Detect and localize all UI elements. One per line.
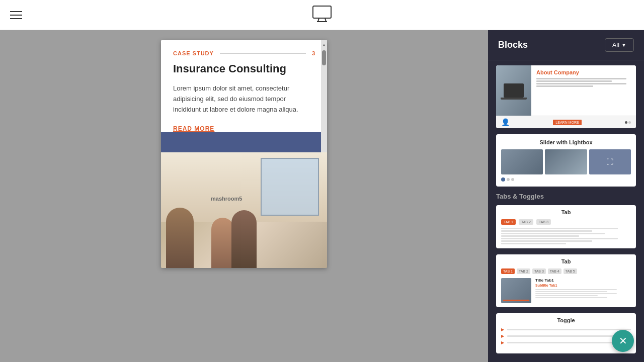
t2-line-3 [535, 293, 617, 294]
tc-line-6 [501, 240, 592, 242]
about-company-title: About Company [536, 69, 631, 76]
tab2-block-card[interactable]: Tab TAB 1 TAB 2 TAB 3 TAB 4 TAB 5 Title [496, 254, 636, 307]
text-line-2 [536, 80, 612, 82]
text-line-3 [536, 83, 626, 84]
sidebar-blocks-list[interactable]: About Company 👤 LEARN MORE [488, 60, 644, 362]
tab2-content: Title Tab1 Subtitle Tab1 [501, 278, 631, 303]
tab2-tab-5: TAB 5 [564, 268, 577, 274]
text-line-1 [536, 78, 626, 79]
about-desc-lines [536, 78, 631, 87]
header-center [312, 5, 332, 25]
scroll-thumb [322, 50, 326, 65]
tab2-content-subtitle: Subtitle Tab1 [535, 284, 631, 287]
tab2-img-overlay [503, 300, 529, 301]
case-study-header: CASE STUDY 3 [173, 50, 315, 56]
tab1-preview: Tab TAB 1 TAB 2 TAB 3 [496, 205, 636, 248]
card-title: Insurance Consulting [173, 62, 315, 75]
svg-line-1 [318, 18, 319, 22]
person-2 [211, 218, 234, 268]
toggle-row-1: ▶ [501, 327, 631, 332]
laptop-icon [504, 83, 524, 98]
slider-block-title: Slider with Lightbox [501, 139, 631, 145]
about-company-image [496, 65, 531, 116]
toggle-title: Toggle [501, 317, 631, 323]
slider-block-preview: Slider with Lightbox ⛶ [496, 134, 636, 187]
slider-img-2 [545, 149, 587, 174]
about-bottom-bar: 👤 LEARN MORE [496, 116, 636, 128]
tab2-tab-1: TAB 1 [501, 268, 515, 274]
mini-tab-1-3: TAB 3 [536, 219, 551, 225]
about-text-area: About Company [531, 65, 636, 116]
tab2-text: Title Tab1 Subtitle Tab1 [535, 278, 631, 303]
slider-dot-3 [511, 178, 514, 181]
slider-dot-2 [507, 178, 510, 181]
card-text-content: CASE STUDY 3 Insurance Consulting Lorem … [161, 40, 327, 132]
svg-rect-0 [313, 6, 331, 18]
toggle-row-2: ▶ [501, 334, 631, 338]
tc-line-3 [501, 233, 605, 234]
tc-line-4 [501, 235, 579, 237]
card-blue-section [161, 132, 327, 152]
tab2-image [501, 278, 531, 303]
close-fab-button[interactable]: ✕ [612, 330, 634, 352]
person-3 [231, 210, 257, 268]
t2-line-5 [535, 297, 607, 298]
sidebar: Blocks All ▼ About Company [488, 30, 644, 362]
dot-1 [625, 121, 627, 124]
all-filter-button[interactable]: All ▼ [605, 38, 634, 52]
read-more-link[interactable]: READ MORE [173, 125, 315, 132]
tab1-content-lines [501, 228, 631, 244]
person-1 [166, 208, 194, 268]
blocks-title: Blocks [498, 40, 528, 50]
slider-dot-active [501, 177, 505, 182]
card-body-text: Lorem ipsum dolor sit amet, consectetur … [173, 83, 315, 115]
tab1-title: Tab [501, 209, 631, 215]
t2-lines [535, 289, 631, 298]
tab2-tab-4: TAB 4 [548, 268, 561, 274]
case-study-label: CASE STUDY [173, 50, 214, 56]
about-company-preview: About Company [496, 65, 636, 116]
sidebar-header: Blocks All ▼ [488, 30, 644, 60]
tab2-title: Tab [501, 258, 631, 264]
mini-tab-1-2: TAB 2 [519, 219, 533, 225]
tab2-header-tabs: TAB 1 TAB 2 TAB 3 TAB 4 TAB 5 [501, 268, 631, 274]
t2-line-4 [535, 295, 598, 296]
card-image: mashroom5 [161, 152, 327, 268]
mini-tab-1-active: TAB 1 [501, 219, 516, 225]
header [0, 0, 644, 30]
monitor-icon [312, 5, 332, 25]
about-dots [625, 121, 631, 124]
slider-images: ⛶ [501, 149, 631, 174]
toggle-chevron-2: ▶ [501, 334, 504, 338]
tab1-block-card[interactable]: Tab TAB 1 TAB 2 TAB 3 [496, 205, 636, 248]
tc-line-2 [501, 230, 592, 232]
svg-line-2 [325, 18, 326, 22]
tab2-preview: Tab TAB 1 TAB 2 TAB 3 TAB 4 TAB 5 Title [496, 254, 636, 307]
case-study-number: 3 [312, 50, 315, 56]
dot-2 [628, 121, 631, 124]
preview-card: ▲ ▼ CASE STUDY 3 Insurance Consulting Lo… [161, 40, 327, 268]
main-layout: ▲ ▼ CASE STUDY 3 Insurance Consulting Lo… [0, 30, 644, 362]
meeting-people [161, 175, 327, 268]
canvas-area: ▲ ▼ CASE STUDY 3 Insurance Consulting Lo… [0, 30, 488, 362]
tab2-tab-2: TAB 2 [517, 268, 530, 274]
tc-line-1 [501, 228, 618, 229]
text-line-4 [536, 85, 593, 87]
toggle-line-1 [507, 329, 631, 330]
expand-icon: ⛶ [606, 158, 613, 166]
about-cta-label: LEARN MORE [553, 120, 581, 125]
meeting-scene: mashroom5 [161, 152, 327, 268]
t2-line-2 [535, 291, 607, 292]
about-company-block-card[interactable]: About Company 👤 LEARN MORE [496, 65, 636, 128]
case-study-line [220, 53, 306, 54]
laptop-image [496, 65, 531, 116]
mini-tabs-1: TAB 1 TAB 2 TAB 3 [501, 219, 631, 225]
slider-lightbox-block-card[interactable]: Slider with Lightbox ⛶ [496, 134, 636, 187]
toggle-chevron-3: ▶ [501, 340, 504, 345]
tab2-content-title: Title Tab1 [535, 278, 631, 283]
hamburger-menu[interactable] [10, 11, 22, 19]
scroll-up-arrow[interactable]: ▲ [322, 42, 326, 48]
close-icon: ✕ [619, 336, 627, 346]
slider-img-1 [501, 149, 543, 174]
toggle-chevron-1: ▶ [501, 327, 504, 332]
